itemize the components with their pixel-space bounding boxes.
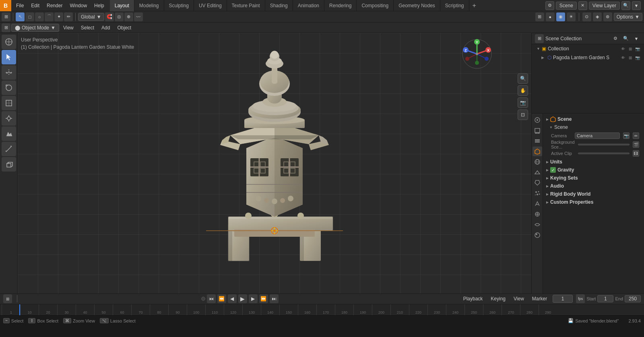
outliner-settings[interactable]: ⚙ — [611, 34, 620, 43]
material-props-btn[interactable] — [533, 230, 542, 240]
viewport-type-btn[interactable]: ⊞ — [2, 23, 10, 32]
pan-btn[interactable]: ✋ — [518, 85, 528, 96]
world-props-btn[interactable] — [533, 157, 542, 167]
physics-props-btn[interactable] — [533, 199, 542, 209]
timeline-editor-type[interactable]: ⊞ — [3, 294, 12, 303]
outliner-editor-type[interactable]: ⊞ — [535, 34, 544, 43]
annotate-btn[interactable]: ✏ — [64, 12, 73, 21]
search-icon[interactable]: 🔍 — [621, 1, 630, 10]
gravity-checkbox[interactable]: ✓ — [550, 167, 556, 173]
timeline-record-btn[interactable] — [201, 297, 205, 301]
box-select-btn[interactable]: □ — [25, 12, 34, 21]
view-menu[interactable]: View — [60, 24, 77, 31]
gizmo-btn[interactable]: ◈ — [593, 12, 602, 21]
object-menu[interactable]: Object — [114, 24, 134, 31]
viewport-btn[interactable] — [2, 35, 16, 49]
start-frame[interactable]: 1 — [597, 295, 613, 302]
ortho-view-btn[interactable]: ⊡ — [518, 110, 528, 120]
tab-layout[interactable]: Layout — [110, 0, 134, 11]
viewport-options[interactable]: ⊛ — [603, 12, 612, 21]
circle-select-btn[interactable]: ○ — [35, 12, 44, 21]
proportional-edit-btn[interactable]: ◎ — [115, 12, 124, 21]
modifiers-props-btn[interactable] — [533, 178, 542, 188]
edit-menu[interactable]: Edit — [28, 2, 43, 10]
camera-view-btn[interactable]: 📷 — [518, 97, 528, 108]
toolbar-extra-1[interactable]: ⊕ — [124, 12, 133, 21]
constraints-props-btn[interactable] — [533, 209, 542, 219]
view-menu[interactable]: View — [511, 295, 526, 302]
output-props-btn[interactable] — [533, 126, 542, 135]
jump-end-btn[interactable]: ⏭ — [270, 294, 279, 303]
tab-sculpting[interactable]: Sculpting — [164, 0, 194, 11]
outliner-filter[interactable]: ▼ — [632, 34, 641, 43]
viewport-shading-solid[interactable]: ● — [546, 12, 555, 21]
gravity-section[interactable]: ▶ ✓ Gravity — [545, 166, 642, 174]
camera-icon[interactable]: 📷 — [623, 132, 630, 139]
move-tool[interactable] — [2, 65, 16, 80]
scene-header[interactable]: ▶ Scene — [545, 115, 642, 123]
particles-props-btn[interactable] — [533, 188, 542, 198]
pagoda-render[interactable]: 📷 — [634, 54, 641, 61]
rotate-tool[interactable] — [2, 81, 16, 95]
scene-props-btn[interactable] — [533, 147, 542, 156]
fps-indicator[interactable]: fps — [576, 294, 585, 303]
audio-section[interactable]: ▶ Audio — [545, 182, 642, 190]
camera-edit-icon[interactable]: ✏ — [633, 132, 639, 139]
collection-visibility[interactable]: 👁 — [620, 45, 626, 52]
blender-logo[interactable]: B — [0, 0, 11, 11]
tab-scripting[interactable]: Scripting — [440, 0, 469, 11]
snap-btn[interactable]: 🧲 — [105, 12, 114, 21]
add-workspace-button[interactable]: + — [469, 0, 479, 11]
blender-settings-icon[interactable]: ⚙ — [545, 1, 554, 10]
editor-type-btn[interactable]: ⊞ — [2, 12, 10, 21]
jump-start-btn[interactable]: ⏮ — [207, 294, 216, 303]
annotate-tool[interactable] — [2, 126, 16, 141]
collection-viewport[interactable]: ⊞ — [627, 45, 634, 52]
camera-value[interactable]: Camera — [575, 132, 620, 139]
tweak-btn[interactable]: ✦ — [54, 12, 63, 21]
select-menu[interactable]: Select — [78, 24, 97, 31]
viewport-shading-wire[interactable]: ⊞ — [535, 12, 544, 21]
select-tool-btn[interactable]: ↖ — [16, 12, 25, 21]
options-dropdown[interactable]: Options ▼ — [614, 13, 642, 21]
scene-sub-header[interactable]: ▼ Scene — [548, 123, 642, 131]
tab-shading[interactable]: Shading — [265, 0, 293, 11]
tab-geometry-nodes[interactable]: Geometry Nodes — [394, 0, 440, 11]
add-menu[interactable]: Add — [98, 24, 113, 31]
outliner-search[interactable]: 🔍 — [621, 34, 630, 43]
tab-uv-editing[interactable]: UV Editing — [194, 0, 227, 11]
view-layer-selector[interactable]: View Layer — [589, 2, 620, 10]
object-mode-selector[interactable]: ⬤ Object Mode ▼ — [11, 24, 59, 32]
prev-keyframe-btn[interactable]: ⏪ — [217, 294, 226, 303]
bg-scene-icon[interactable]: 🎬 — [633, 141, 639, 148]
viewport-shading-material[interactable]: ◉ — [556, 12, 565, 21]
outliner-pagoda[interactable]: ▶ ⬡ Pagoda Lantern Garden S 👁 ⊞ 📷 — [532, 53, 644, 62]
active-clip-value[interactable] — [578, 153, 630, 154]
scale-tool[interactable] — [2, 96, 16, 110]
transform-tool[interactable] — [2, 111, 16, 126]
view-layer-props-btn[interactable] — [533, 136, 542, 146]
render-menu[interactable]: Render — [43, 2, 66, 10]
keying-sets-section[interactable]: ▶ Keying Sets — [545, 174, 642, 182]
custom-properties-section[interactable]: ▶ Custom Properties — [545, 198, 642, 206]
add-cube-tool[interactable] — [2, 157, 16, 172]
viewport-shading-render[interactable]: ☀ — [567, 12, 576, 21]
rigid-body-world-section[interactable]: ▶ Rigid Body World — [545, 190, 642, 198]
keying-menu[interactable]: Keying — [488, 295, 508, 302]
play-btn[interactable]: ▶ — [238, 294, 247, 303]
pagoda-visibility[interactable]: 👁 — [620, 54, 626, 61]
current-frame-display[interactable]: 1 — [553, 295, 573, 303]
file-menu[interactable]: File — [13, 2, 27, 10]
help-menu[interactable]: Help — [91, 2, 107, 10]
cursor-tool[interactable] — [2, 50, 16, 64]
transform-orientation[interactable]: Global ▼ — [78, 13, 104, 21]
bg-scene-value[interactable] — [578, 144, 630, 145]
tab-rendering[interactable]: Rendering — [324, 0, 357, 11]
units-section[interactable]: ▶ Units — [545, 158, 642, 166]
tab-texture-paint[interactable]: Texture Paint — [227, 0, 265, 11]
tab-modeling[interactable]: Modeling — [134, 0, 164, 11]
next-keyframe-btn[interactable]: ⏩ — [259, 294, 268, 303]
lasso-select-btn[interactable]: ⌒ — [45, 12, 54, 21]
object-props-btn[interactable] — [533, 167, 542, 177]
playback-menu[interactable]: Playback — [461, 295, 485, 302]
